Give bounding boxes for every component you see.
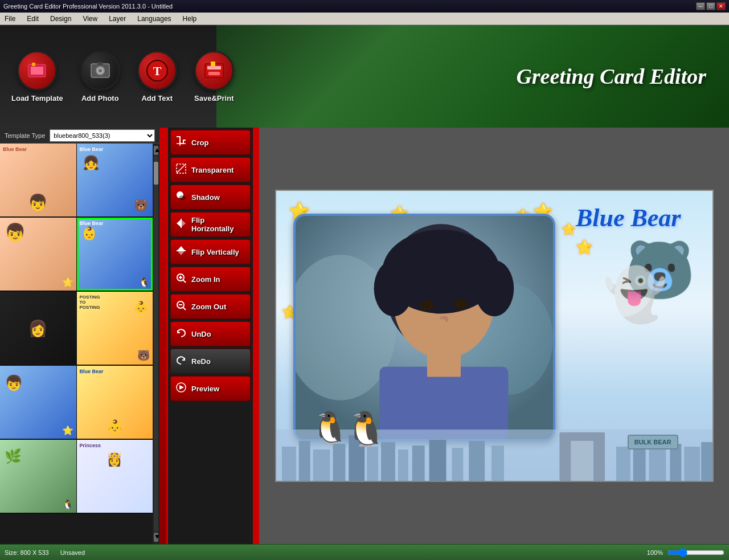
menu-layer[interactable]: Layer xyxy=(107,14,128,24)
svg-point-37 xyxy=(454,299,468,309)
scroll-thumb[interactable] xyxy=(154,162,158,185)
svg-rect-61 xyxy=(649,449,666,481)
menu-languages[interactable]: Languages xyxy=(135,14,173,24)
bulk-bear-sign: BULK BEAR xyxy=(628,435,678,449)
template-type-bar: Template Type bluebear800_533(3) bluebea… xyxy=(0,128,159,144)
star-5: ⭐ xyxy=(562,222,576,236)
maximize-button[interactable]: □ xyxy=(706,2,715,10)
svg-rect-64 xyxy=(701,442,712,481)
photo-frame[interactable] xyxy=(293,214,555,442)
card-title: Blue Bear xyxy=(576,203,681,232)
add-text-button[interactable]: T Add Text xyxy=(137,51,177,103)
template-type-select[interactable]: bluebear800_533(3) bluebear800_533(1) bl… xyxy=(50,129,155,142)
thumbnail-2[interactable]: Blue Bear 🐻 👧 xyxy=(77,144,153,216)
svg-point-6 xyxy=(99,69,102,72)
crop-label: Crop xyxy=(191,138,208,147)
svg-rect-13 xyxy=(211,62,215,66)
svg-rect-2 xyxy=(32,63,35,66)
zoom-out-button[interactable]: Zoom Out xyxy=(170,294,251,319)
save-print-icon xyxy=(194,51,234,91)
save-print-button[interactable]: Save&Print xyxy=(194,51,234,103)
svg-rect-58 xyxy=(571,441,593,481)
transparent-label: Transparent xyxy=(191,166,234,174)
undo-button[interactable]: UnDo xyxy=(170,321,251,346)
svg-rect-41 xyxy=(379,367,508,439)
shadow-button[interactable]: Shadow xyxy=(170,185,251,210)
svg-point-35 xyxy=(474,260,514,316)
close-button[interactable]: ✕ xyxy=(716,2,726,10)
add-text-icon: T xyxy=(137,51,177,91)
thumb-row-5: 🌿 🐧 Princess 👸 xyxy=(0,440,153,514)
svg-point-36 xyxy=(420,300,434,310)
zoom-out-label: Zoom Out xyxy=(191,303,226,311)
status-label: Unsaved xyxy=(60,549,85,556)
svg-rect-12 xyxy=(208,72,220,75)
thumbnail-1[interactable]: Blue Bear 👦 xyxy=(0,144,77,216)
tools-panel-wrapper: Crop Transparent Shadow Flip Horizontall… xyxy=(159,128,259,544)
card-canvas[interactable]: ⭐ ⭐ ⭐ ⭐ ⭐ ⭐ ⭐ ⭐ ⭐ ⭐ xyxy=(276,191,712,481)
zoom-in-button[interactable]: Zoom In xyxy=(170,267,251,292)
add-photo-button[interactable]: Add Photo xyxy=(80,51,120,103)
menu-view[interactable]: View xyxy=(80,14,100,24)
transparent-button[interactable]: Transparent xyxy=(170,157,251,182)
thumbnail-8[interactable]: Blue Bear 👶 xyxy=(77,366,153,439)
tools-right-accent xyxy=(255,128,259,544)
flip-horizontal-label: Flip Horizontally xyxy=(191,216,245,233)
thumbnail-7[interactable]: 👦 ⭐ xyxy=(0,366,77,439)
tools-left-accent xyxy=(159,128,166,544)
redo-icon xyxy=(175,354,187,368)
menu-edit[interactable]: Edit xyxy=(24,14,41,24)
statusbar: Size: 800 X 533 Unsaved 100% xyxy=(0,544,729,560)
scroll-down-button[interactable]: ▼ xyxy=(154,533,158,542)
preview-button[interactable]: Preview xyxy=(170,376,251,401)
left-panel: Template Type bluebear800_533(3) bluebea… xyxy=(0,128,159,544)
zoom-slider[interactable] xyxy=(667,548,724,557)
zoom-value: 100% xyxy=(647,549,663,556)
svg-point-34 xyxy=(374,260,413,316)
flip-vertical-button[interactable]: Flip Vertically xyxy=(170,239,251,264)
menu-file[interactable]: File xyxy=(2,14,18,24)
scroll-up-button[interactable]: ▲ xyxy=(154,146,158,155)
shadow-label: Shadow xyxy=(191,193,220,202)
svg-rect-56 xyxy=(492,445,504,481)
menu-design[interactable]: Design xyxy=(48,14,73,24)
penguin-left: 🐧 xyxy=(310,410,350,447)
penguin-middle: 🐧 xyxy=(345,409,387,449)
menu-help[interactable]: Help xyxy=(181,14,199,24)
svg-rect-53 xyxy=(429,440,446,481)
app-title: Greeting Card Editor Professional Versio… xyxy=(3,3,173,10)
svg-rect-52 xyxy=(412,445,424,481)
svg-rect-7 xyxy=(97,62,103,65)
minimize-button[interactable]: ─ xyxy=(696,2,705,10)
load-template-button[interactable]: Load Template xyxy=(11,51,63,103)
template-type-label: Template Type xyxy=(5,132,45,139)
flip-horizontal-button[interactable]: Flip Horizontally xyxy=(170,212,251,237)
svg-rect-59 xyxy=(616,447,630,481)
svg-text:T: T xyxy=(153,64,161,78)
svg-rect-11 xyxy=(207,66,221,70)
shadow-icon xyxy=(175,190,187,204)
thumbnail-3[interactable]: 👦 ⭐ xyxy=(0,218,77,291)
preview-icon xyxy=(175,382,187,395)
thumb-row-4: 👦 ⭐ Blue Bear 👶 xyxy=(0,366,153,440)
header-title: Greeting Card Editor xyxy=(516,64,706,89)
undo-icon xyxy=(175,327,187,341)
crop-button[interactable]: Crop xyxy=(170,130,251,155)
thumb-row-2: 👦 ⭐ Blue Bear 👶 🐧 xyxy=(0,218,153,292)
svg-rect-45 xyxy=(298,441,310,481)
add-photo-icon xyxy=(80,51,120,91)
add-text-label: Add Text xyxy=(141,94,173,103)
titlebar: Greeting Card Editor Professional Versio… xyxy=(0,0,729,13)
thumbnail-4[interactable]: Blue Bear 👶 🐧 xyxy=(77,218,153,291)
thumbnail-6[interactable]: POSTINGTOPOSTING 🐻 👶 xyxy=(77,292,153,365)
thumbnail-10[interactable]: Princess 👸 xyxy=(77,440,153,513)
preview-label: Preview xyxy=(191,385,219,393)
redo-button[interactable]: ReDo xyxy=(170,349,251,374)
svg-line-21 xyxy=(183,280,186,283)
svg-rect-1 xyxy=(31,67,43,75)
svg-line-17 xyxy=(177,164,186,173)
thumbnail-9[interactable]: 🌿 🐧 xyxy=(0,440,77,513)
svg-rect-40 xyxy=(435,319,445,336)
vertical-scrollbar[interactable]: ▲ ▼ xyxy=(153,144,159,544)
thumbnail-5[interactable]: 👩 xyxy=(0,292,77,365)
